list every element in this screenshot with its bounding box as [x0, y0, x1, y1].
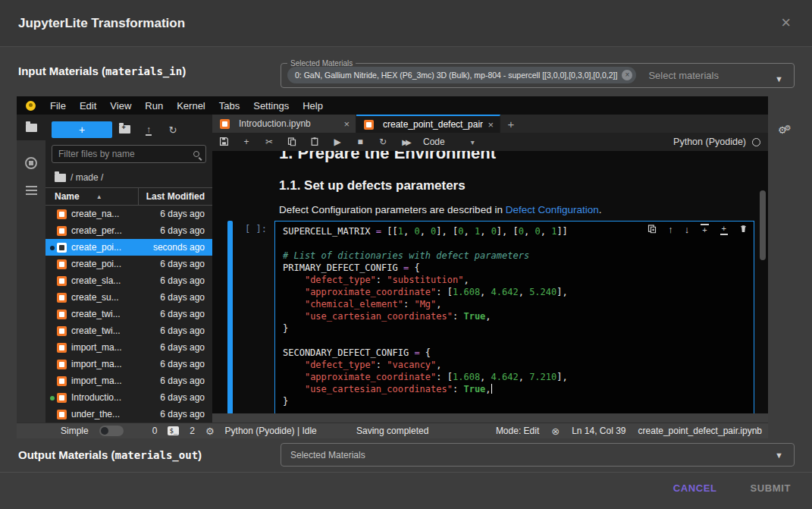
duplicate-cell-icon[interactable] [647, 224, 657, 235]
search-icon [193, 151, 199, 157]
delete-cell-icon[interactable] [739, 224, 748, 235]
move-cell-up-icon[interactable]: ↑ [668, 225, 673, 234]
tab-bar: Introduction.ipynb × create_point_defect… [212, 115, 768, 133]
notebook-panel: Introduction.ipynb × create_point_defect… [212, 115, 768, 423]
file-modified: 6 days ago [160, 259, 212, 269]
move-cell-down-icon[interactable]: ↓ [685, 225, 690, 234]
kernel-name[interactable]: Python (Pyodide) [673, 137, 746, 147]
input-materials-select[interactable]: Selected Materials 0: GaN, Gallium Nitri… [281, 59, 795, 88]
breadcrumb[interactable]: / made / [45, 168, 212, 187]
add-cell-icon[interactable]: + [235, 137, 258, 147]
cell-collapser[interactable] [227, 221, 233, 413]
file-row[interactable]: create_per...6 days ago [45, 222, 212, 239]
menu-item-tabs[interactable]: Tabs [212, 100, 246, 112]
file-row[interactable]: create_twi...6 days ago [45, 322, 212, 339]
chip-remove-icon[interactable]: × [622, 70, 632, 80]
copy-icon[interactable] [281, 137, 303, 147]
file-row[interactable]: under_the...6 days ago [45, 406, 212, 423]
menu-item-help[interactable]: Help [296, 100, 330, 112]
upload-icon[interactable]: ↑ [136, 124, 161, 136]
file-row[interactable]: create_poi...6 days ago [45, 256, 212, 272]
output-materials-label-suffix: ) [198, 448, 202, 461]
column-name[interactable]: Name [45, 191, 80, 202]
trust-status-icon[interactable]: ⊗ [551, 426, 560, 437]
file-row[interactable]: create_na...6 days ago [45, 206, 212, 222]
file-modified: 6 days ago [160, 225, 212, 236]
file-name: import_ma... [71, 359, 160, 369]
insert-cell-below-icon[interactable]: + [720, 224, 728, 235]
cancel-button[interactable]: CANCEL [673, 482, 717, 494]
file-row[interactable]: create_twi...6 days ago [45, 306, 212, 322]
stop-icon[interactable]: ■ [349, 137, 372, 147]
notebook-file-icon [57, 410, 67, 419]
table-of-contents-icon[interactable] [26, 186, 37, 195]
code-lines[interactable]: SUPERCELL_MATRIX = [[1, 0, 0], [0, 1, 0]… [283, 225, 748, 407]
cursor-position[interactable]: Ln 14, Col 39 [572, 426, 625, 436]
status-bar: Simple 0 $_ 2 ⚙ Python (Pyodide) | Idle … [17, 423, 768, 438]
file-row[interactable]: create_su...6 days ago [45, 289, 212, 306]
restart-and-run-all-icon[interactable]: ▶▶ [394, 138, 417, 146]
selected-dot-icon [49, 242, 55, 253]
tab-create-point-defect-pair[interactable]: create_point_defect_pair.ip × [356, 115, 500, 133]
kernel-sessions-icon[interactable]: ⚙ [205, 426, 215, 437]
run-icon[interactable]: ▶ [326, 137, 349, 147]
menu-item-kernel[interactable]: Kernel [170, 100, 212, 112]
code-cell[interactable]: SUPERCELL_MATRIX = [[1, 0, 0], [0, 1, 0]… [274, 221, 754, 413]
tab-close-icon[interactable]: × [488, 119, 494, 130]
notebook-file-icon [57, 326, 67, 336]
simple-mode-label: Simple [61, 426, 89, 436]
refresh-icon[interactable]: ↻ [161, 124, 185, 136]
vertical-scrollbar-thumb[interactable] [760, 190, 766, 260]
restart-kernel-icon[interactable]: ↻ [372, 137, 394, 147]
close-icon[interactable]: × [781, 14, 791, 31]
tab-close-icon[interactable]: × [343, 118, 350, 130]
chevron-down-icon[interactable]: ▼ [775, 451, 783, 460]
file-name: import_ma... [71, 375, 160, 386]
file-name: create_na... [71, 209, 160, 219]
menu-item-edit[interactable]: Edit [73, 100, 103, 112]
new-folder-icon[interactable]: + [112, 124, 136, 136]
cut-icon[interactable]: ✂ [258, 137, 281, 147]
notebook-file-icon [57, 276, 67, 286]
file-row[interactable]: Introductio...6 days ago [45, 389, 212, 406]
running-sessions-icon[interactable] [25, 157, 37, 169]
file-name: create_sla... [71, 275, 160, 286]
terminal-count[interactable]: 0 [152, 426, 158, 436]
notebook-file-icon [57, 360, 67, 369]
new-launcher-button[interactable]: + [52, 121, 112, 138]
chevron-down-icon[interactable]: ▾ [471, 138, 475, 146]
submit-button[interactable]: SUBMIT [751, 482, 791, 494]
filter-files-input[interactable]: Filter files by name [52, 145, 206, 163]
terminal-icon[interactable]: $_ [168, 426, 179, 435]
cell-type-dropdown[interactable]: Code [423, 137, 445, 147]
jupyterlite-logo-icon [26, 101, 36, 111]
output-materials-select[interactable]: Selected Materials ▼ [281, 443, 795, 467]
paste-icon[interactable] [303, 137, 326, 147]
file-name: create_twi... [71, 325, 160, 336]
save-icon[interactable] [212, 137, 235, 147]
file-row[interactable]: import_ma...6 days ago [45, 339, 212, 356]
file-row[interactable]: create_sla...6 days ago [45, 272, 212, 289]
defect-configuration-link[interactable]: Defect Configuration [506, 204, 599, 215]
menu-item-file[interactable]: File [43, 100, 73, 112]
file-browser-tab[interactable] [17, 115, 45, 140]
simple-mode-toggle[interactable] [99, 426, 124, 436]
dialog-header: JupyterLite Transformation × [0, 0, 812, 47]
menu-item-settings[interactable]: Settings [246, 100, 296, 112]
settings-gears-icon[interactable]: ⚙⚙ [778, 123, 798, 137]
file-row[interactable]: import_ma...6 days ago [45, 372, 212, 389]
insert-cell-above-icon[interactable]: + [701, 224, 708, 235]
menu-item-run[interactable]: Run [138, 100, 170, 112]
kernel-status-text[interactable]: Python (Pyodide) | Idle [225, 426, 317, 436]
file-name: create_per... [71, 225, 160, 236]
column-last-modified[interactable]: Last Modified [138, 188, 212, 205]
chevron-down-icon[interactable]: ▼ [775, 74, 783, 83]
notebook-toolbar: + ✂ ▶ ■ ↻ ▶▶ Code ▾ Python (Pyodide) [212, 133, 768, 151]
file-row[interactable]: create_poi...seconds ago [45, 239, 212, 256]
file-row[interactable]: import_ma...6 days ago [45, 356, 212, 372]
tab-introduction[interactable]: Introduction.ipynb × [212, 115, 356, 133]
new-tab-button[interactable]: + [500, 115, 522, 133]
menu-item-view[interactable]: View [103, 100, 138, 112]
file-name: create_twi... [71, 309, 160, 319]
kernel-count[interactable]: 2 [190, 426, 195, 436]
